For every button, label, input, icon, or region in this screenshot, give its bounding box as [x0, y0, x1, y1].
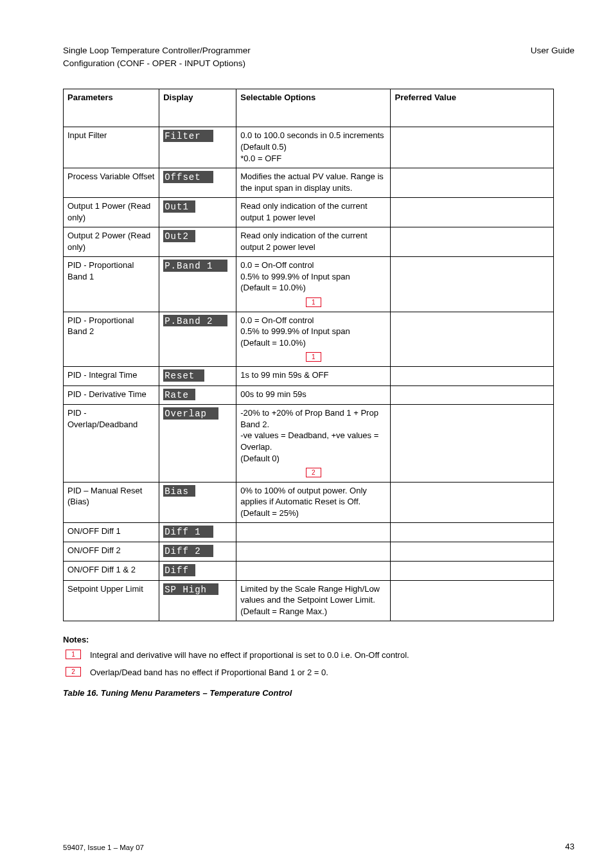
display-chip: Out2: [163, 230, 195, 242]
table-header-row: Parameters Display Selectable Options Pr…: [64, 89, 554, 127]
parameter-display-label: Rate: [159, 385, 236, 405]
display-chip: SP High: [163, 583, 218, 596]
footer-doc-info: 59407, Issue 1 – May 07: [63, 844, 144, 851]
parameter-display-label: P.Band 2: [159, 312, 236, 366]
cross-ref-note-icon[interactable]: 1: [306, 352, 321, 362]
preferred-value: [391, 405, 554, 482]
table-row: ON/OFF Diff 1Diff 1: [64, 523, 554, 542]
parameter-name: ON/OFF Diff 1 & 2: [64, 561, 159, 580]
parameter-name: PID - Proportional Band 1: [64, 257, 159, 312]
selectable-options: 1s to 99 min 59s & OFF: [236, 366, 391, 385]
parameter-name: PID - Integral Time: [64, 366, 159, 385]
footnote-text: Overlap/Dead band has no effect if Propo…: [90, 667, 574, 678]
parameter-name: PID - Proportional Band 2: [64, 312, 159, 366]
display-chip: P.Band 1: [163, 260, 227, 272]
display-chip: Bias: [163, 485, 195, 497]
selectable-options: 0% to 100% of output power. Only applies…: [236, 482, 391, 523]
table-row: PID - Derivative TimeRate00s to 99 min 5…: [64, 385, 554, 405]
selectable-options: 0.0 = On-Off control0.5% to 999.9% of In…: [236, 257, 391, 312]
page-footer: 59407, Issue 1 – May 07 43: [0, 842, 613, 851]
parameters-table: Parameters Display Selectable Options Pr…: [63, 89, 554, 621]
parameter-display-label: Out1: [159, 198, 236, 227]
table-row: Output 2 Power (Read only)Out2Read only …: [64, 227, 554, 257]
display-chip: Diff 1: [163, 526, 213, 538]
footnote-row: 2Overlap/Dead band has no effect if Prop…: [63, 667, 574, 678]
section-title: Configuration (CONF - OPER - INPUT Optio…: [63, 58, 574, 69]
parameter-name: Process Variable Offset: [64, 168, 159, 198]
table-row: PID - Overlap/DeadbandOverlap-20% to +20…: [64, 405, 554, 482]
notes-heading: Notes:: [63, 634, 574, 646]
col-header-options: Selectable Options: [236, 89, 391, 127]
cross-ref-note-icon[interactable]: 2: [306, 468, 321, 477]
selectable-options: [236, 523, 391, 542]
selectable-options: 00s to 99 min 59s: [236, 385, 391, 405]
preferred-value: [391, 198, 554, 227]
table-row: Process Variable OffsetOffsetModifies th…: [64, 168, 554, 198]
parameter-name: Setpoint Upper Limit: [64, 580, 159, 621]
parameter-display-label: SP High: [159, 580, 236, 621]
doc-title-left: Single Loop Temperature Controller/Progr…: [63, 45, 251, 57]
table-row: PID - Proportional Band 2P.Band 20.0 = O…: [64, 312, 554, 366]
parameter-display-label: Out2: [159, 227, 236, 257]
selectable-options: 0.0 = On-Off control0.5% to 999.9% of In…: [236, 312, 391, 366]
parameter-name: Output 2 Power (Read only): [64, 227, 159, 257]
parameter-display-label: Diff 1: [159, 523, 236, 542]
preferred-value: [391, 127, 554, 168]
table-row: PID – Manual Reset (Bias)Bias0% to 100% …: [64, 482, 554, 523]
parameter-name: ON/OFF Diff 1: [64, 523, 159, 542]
display-chip: Out1: [163, 200, 195, 213]
preferred-value: [391, 366, 554, 385]
table-caption: Table 16. Tuning Menu Parameters – Tempe…: [63, 687, 574, 699]
display-chip: P.Band 2: [163, 315, 227, 327]
preferred-value: [391, 168, 554, 198]
preferred-value: [391, 385, 554, 405]
display-chip: Offset: [163, 171, 213, 183]
selectable-options: Read only indication of the current outp…: [236, 227, 391, 257]
display-chip: Filter: [163, 130, 213, 142]
preferred-value: [391, 257, 554, 312]
footnote-text: Integral and derivative will have no eff…: [90, 650, 574, 661]
table-row: Output 1 Power (Read only)Out1Read only …: [64, 198, 554, 227]
table-row: ON/OFF Diff 2Diff 2: [64, 542, 554, 562]
preferred-value: [391, 580, 554, 621]
selectable-options: -20% to +20% of Prop Band 1 + Prop Band …: [236, 405, 391, 482]
parameter-name: Output 1 Power (Read only): [64, 198, 159, 227]
table-row: Input FilterFilter0.0 to 100.0 seconds i…: [64, 127, 554, 168]
parameter-display-label: Filter: [159, 127, 236, 168]
col-header-display: Display: [159, 89, 236, 127]
parameter-display-label: Diff: [159, 561, 236, 580]
footnote-row: 1Integral and derivative will have no ef…: [63, 650, 574, 661]
preferred-value: [391, 542, 554, 562]
parameter-name: PID - Derivative Time: [64, 385, 159, 405]
footnote-ref-icon: 1: [66, 650, 81, 659]
parameter-display-label: Diff 2: [159, 542, 236, 562]
table-row: PID - Integral TimeReset1s to 99 min 59s…: [64, 366, 554, 385]
col-header-parameters: Parameters: [64, 89, 159, 127]
footnote-ref-icon: 2: [66, 667, 81, 677]
parameter-display-label: Overlap: [159, 405, 236, 482]
display-chip: Overlap: [163, 407, 218, 420]
selectable-options: Modifies the actual PV value. Range is t…: [236, 168, 391, 198]
parameter-name: PID – Manual Reset (Bias): [64, 482, 159, 523]
parameter-name: Input Filter: [64, 127, 159, 168]
cross-ref-note-icon[interactable]: 1: [306, 297, 321, 307]
selectable-options: [236, 542, 391, 562]
table-row: ON/OFF Diff 1 & 2Diff: [64, 561, 554, 580]
parameter-display-label: Reset: [159, 366, 236, 385]
doc-title-right: User Guide: [531, 45, 574, 57]
parameter-display-label: P.Band 1: [159, 257, 236, 312]
preferred-value: [391, 312, 554, 366]
page-header: Single Loop Temperature Controller/Progr…: [0, 26, 613, 89]
selectable-options: [236, 561, 391, 580]
parameter-name: PID - Overlap/Deadband: [64, 405, 159, 482]
parameter-name: ON/OFF Diff 2: [64, 542, 159, 562]
display-chip: Rate: [163, 389, 195, 401]
preferred-value: [391, 482, 554, 523]
footnotes-section: Notes: 1Integral and derivative will hav…: [0, 634, 613, 739]
preferred-value: [391, 227, 554, 257]
parameter-display-label: Bias: [159, 482, 236, 523]
table-row: Setpoint Upper LimitSP HighLimited by th…: [64, 580, 554, 621]
selectable-options: 0.0 to 100.0 seconds in 0.5 increments(D…: [236, 127, 391, 168]
preferred-value: [391, 523, 554, 542]
parameter-display-label: Offset: [159, 168, 236, 198]
